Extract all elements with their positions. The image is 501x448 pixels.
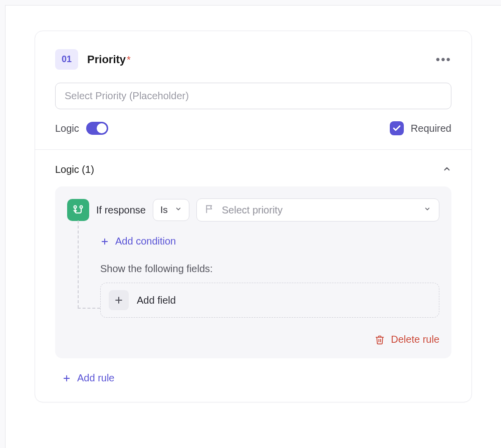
add-field-button[interactable]: Add field: [100, 283, 439, 318]
delete-rule-label: Delete rule: [391, 334, 439, 345]
priority-select-field[interactable]: Select Priority (Placeholder): [55, 83, 451, 109]
add-field-label: Add field: [137, 295, 176, 306]
operator-value: Is: [160, 204, 168, 215]
connector-line: [78, 220, 79, 308]
add-condition-button[interactable]: Add condition: [100, 236, 439, 247]
field-title-wrapper: Priority*: [87, 53, 131, 66]
plus-icon: [100, 237, 109, 246]
add-rule-button[interactable]: Add rule: [62, 372, 451, 384]
operator-select[interactable]: Is: [153, 199, 189, 221]
plus-icon: [62, 374, 71, 383]
add-rule-label: Add rule: [77, 372, 115, 384]
logic-toggle-label: Logic: [55, 123, 79, 134]
logic-toggle[interactable]: [86, 122, 108, 135]
add-condition-label: Add condition: [115, 236, 176, 247]
if-response-label: If response: [96, 204, 146, 216]
rule-container: If response Is Select priority: [55, 186, 451, 358]
collapse-logic-button[interactable]: [442, 164, 451, 175]
field-title: Priority: [87, 53, 126, 66]
required-checkbox[interactable]: [390, 121, 404, 135]
required-label: Required: [411, 123, 451, 134]
logic-branch-icon: [67, 199, 89, 221]
chevron-down-icon: [175, 205, 182, 214]
delete-rule-button[interactable]: Delete rule: [67, 334, 439, 345]
trash-icon: [375, 335, 385, 345]
plus-square-icon: [109, 290, 129, 310]
condition-value-placeholder: Select priority: [222, 204, 417, 216]
connector-line-horizontal: [78, 308, 100, 309]
chevron-down-icon: [424, 205, 431, 214]
condition-value-select[interactable]: Select priority: [196, 198, 439, 221]
field-card: 01 Priority* ••• Select Priority (Placeh…: [35, 31, 472, 402]
show-fields-label: Show the following fields:: [100, 263, 439, 275]
field-number-badge: 01: [55, 49, 78, 70]
required-asterisk: *: [127, 54, 131, 65]
flag-icon: [205, 204, 215, 216]
logic-section-title: Logic (1): [55, 164, 94, 175]
